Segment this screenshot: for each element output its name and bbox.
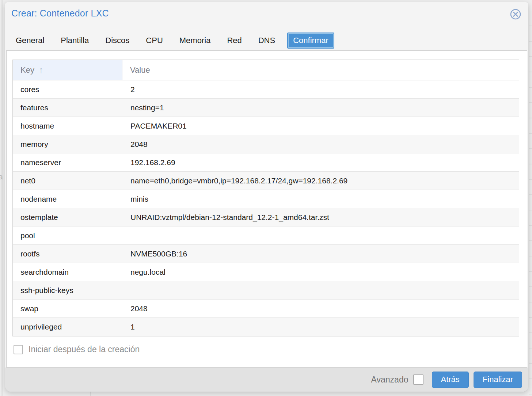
tab-discos[interactable]: Discos xyxy=(105,36,129,45)
key-cell: nodename xyxy=(13,195,122,203)
grid-row-swap[interactable]: swap 2048 xyxy=(13,300,519,318)
grid-row-pool[interactable]: pool xyxy=(13,226,519,245)
grid-row-cores[interactable]: cores 2 xyxy=(13,80,519,99)
finish-button[interactable]: Finalizar xyxy=(474,372,522,388)
grid-row-memory[interactable]: memory 2048 xyxy=(13,135,519,153)
key-cell: swap xyxy=(13,304,122,313)
confirm-panel: Key ↑ Value cores 2 features nesting=1 h… xyxy=(6,50,527,368)
tab-general[interactable]: General xyxy=(16,36,44,45)
background-right-strip xyxy=(529,11,532,396)
grid-header: Key ↑ Value xyxy=(13,60,519,80)
grid-row-net0[interactable]: net0 name=eth0,bridge=vmbr0,ip=192.168.2… xyxy=(13,172,519,190)
tab-dns[interactable]: DNS xyxy=(258,36,275,45)
column-header-value[interactable]: Value xyxy=(122,60,519,80)
advanced-checkbox[interactable] xyxy=(413,374,423,385)
dialog-footer: Avanzado Atrás Finalizar xyxy=(5,368,528,392)
grid-row-features[interactable]: features nesting=1 xyxy=(13,99,519,117)
tab-red[interactable]: Red xyxy=(227,36,242,45)
background-left-strip xyxy=(1,0,3,396)
grid-row-ostemplate[interactable]: ostemplate UNRAID:vztmpl/debian-12-stand… xyxy=(13,208,519,226)
key-cell: ostemplate xyxy=(13,213,122,222)
key-cell: nameserver xyxy=(13,158,122,167)
value-cell: 1 xyxy=(122,323,519,331)
tab-confirmar[interactable]: Confirmar xyxy=(287,33,334,49)
key-cell: hostname xyxy=(13,122,122,130)
grid-row-searchdomain[interactable]: searchdomain negu.local xyxy=(13,263,519,281)
value-cell: 2048 xyxy=(122,140,519,149)
grid-row-rootfs[interactable]: rootfs NVME500GB:16 xyxy=(13,245,519,263)
column-header-key-label: Key xyxy=(20,65,34,75)
tab-plantilla[interactable]: Plantilla xyxy=(61,36,89,45)
create-lxc-dialog: Crear: Contenedor LXC General Plantilla … xyxy=(5,2,528,392)
key-cell: rootfs xyxy=(13,250,122,258)
grid-rows: cores 2 features nesting=1 hostname PACE… xyxy=(13,80,519,336)
value-cell: name=eth0,bridge=vmbr0,ip=192.168.2.17/2… xyxy=(122,176,519,185)
dialog-title: Crear: Contenedor LXC xyxy=(11,8,109,19)
value-cell: 2048 xyxy=(122,304,519,313)
start-after-creation-row: Iniciar después de la creación xyxy=(14,344,140,354)
column-header-value-label: Value xyxy=(130,65,150,75)
sort-asc-icon: ↑ xyxy=(39,65,43,75)
value-cell: negu.local xyxy=(122,268,519,277)
key-cell: searchdomain xyxy=(13,268,122,277)
value-cell: PACEMAKER01 xyxy=(122,122,519,130)
tab-memoria[interactable]: Memoria xyxy=(179,36,211,45)
value-cell: NVME500GB:16 xyxy=(122,250,519,258)
key-cell: cores xyxy=(13,85,122,94)
tab-bar: General Plantilla Discos CPU Memoria Red… xyxy=(16,32,334,49)
grid-row-hostname[interactable]: hostname PACEMAKER01 xyxy=(13,117,519,135)
summary-grid: Key ↑ Value cores 2 features nesting=1 h… xyxy=(12,60,519,336)
grid-row-nameserver[interactable]: nameserver 192.168.2.69 xyxy=(13,153,519,172)
value-cell: nesting=1 xyxy=(122,103,519,112)
grid-row-unprivileged[interactable]: unprivileged 1 xyxy=(13,318,519,336)
back-button[interactable]: Atrás xyxy=(432,372,469,388)
close-icon xyxy=(510,8,521,20)
key-cell: memory xyxy=(13,140,122,149)
start-after-creation-label[interactable]: Iniciar después de la creación xyxy=(28,344,140,354)
value-cell: 192.168.2.69 xyxy=(122,158,519,167)
grid-row-nodename[interactable]: nodename minis xyxy=(13,190,519,208)
advanced-label[interactable]: Avanzado xyxy=(371,375,408,385)
key-cell: net0 xyxy=(13,176,122,185)
value-cell: 2 xyxy=(122,85,519,94)
value-cell: minis xyxy=(122,195,519,203)
tab-cpu[interactable]: CPU xyxy=(146,36,163,45)
grid-row-ssh-public-keys[interactable]: ssh-public-keys xyxy=(13,281,519,300)
background-bottom-line xyxy=(90,392,91,396)
key-cell: unprivileged xyxy=(13,323,122,331)
value-cell: UNRAID:vztmpl/debian-12-standard_12.2-1_… xyxy=(122,213,519,222)
key-cell: ssh-public-keys xyxy=(13,286,122,295)
start-after-creation-checkbox[interactable] xyxy=(14,345,23,354)
key-cell: features xyxy=(13,103,122,112)
close-button[interactable] xyxy=(510,8,521,20)
column-header-key[interactable]: Key ↑ xyxy=(13,60,122,80)
key-cell: pool xyxy=(13,231,122,240)
background-text-fragment: a xyxy=(0,172,3,181)
